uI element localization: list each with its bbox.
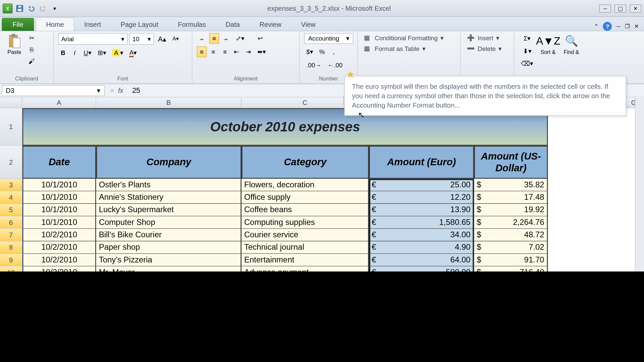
minimize-button[interactable]: ─ [599,4,611,12]
shrink-font-icon[interactable]: A▾ [170,34,181,44]
align-middle-icon[interactable]: ≡ [209,33,219,44]
name-box[interactable]: D3▾ [2,85,105,96]
row-header-7[interactable]: 7 [0,229,22,241]
cell-company[interactable]: Computer Shop [96,216,241,229]
select-all-corner[interactable] [0,98,22,108]
tab-data[interactable]: Data [216,18,250,31]
maximize-button[interactable]: ▢ [614,4,626,12]
cell-amount-euro[interactable]: €13.90 [369,204,474,216]
row-header-5[interactable]: 5 [0,204,22,216]
cell-category[interactable]: Coffee beans [241,204,369,216]
cell-company[interactable]: Paper shop [96,241,241,254]
fill-color-button[interactable]: A▾ [110,47,125,58]
qat-customize-icon[interactable]: ▾ [50,4,59,13]
row-header-9[interactable]: 9 [0,254,22,266]
tab-formulas[interactable]: Formulas [168,18,216,31]
cell-amount-usd[interactable]: $91.70 [474,254,548,266]
table-header-date[interactable]: Date [22,146,96,179]
doc-close-icon[interactable]: ✕ [634,23,639,29]
cell-company[interactable]: Lucky's Supermarket [96,204,241,216]
cell-date[interactable]: 10/1/2010 [22,191,96,204]
cell-amount-euro[interactable]: €34.00 [369,229,474,241]
save-icon[interactable] [15,4,24,13]
align-top-icon[interactable]: ⫠ [197,33,208,44]
number-format-select[interactable]: Accounting▾ [304,33,354,44]
border-button[interactable]: ⊞▾ [95,47,108,58]
sort-filter-button[interactable]: A▼Z Sort & [538,33,558,56]
italic-button[interactable]: I [70,47,79,58]
increase-indent-icon[interactable]: ⇥ [243,47,253,57]
row-header-6[interactable]: 6 [0,216,22,229]
tab-page-layout[interactable]: Page Layout [111,18,168,31]
cell-date[interactable]: 10/1/2010 [22,179,96,191]
grow-font-icon[interactable]: A▴ [156,34,168,44]
table-header-company[interactable]: Company [96,146,241,179]
tab-review[interactable]: Review [250,18,291,31]
row-header-2[interactable]: 2 [0,146,22,179]
decrease-decimal-icon[interactable]: ←.00 [325,60,345,71]
cell-date[interactable]: 10/2/2010 [22,229,96,241]
align-bottom-icon[interactable]: ⫠ [221,33,232,44]
tab-view[interactable]: View [291,18,325,31]
cell-company[interactable]: Tony's Pizzeria [96,254,241,266]
cell-category[interactable]: Flowers, decoration [241,179,369,191]
comma-format-icon[interactable]: , [329,47,338,57]
align-left-icon[interactable]: ≡ [197,47,207,57]
cell-category[interactable]: Courier service [241,229,369,241]
table-header-usd[interactable]: Amount (US-Dollar) [474,146,548,179]
percent-format-icon[interactable]: % [317,47,327,57]
bold-button[interactable]: B [58,47,68,58]
tab-file[interactable]: File [2,18,34,31]
format-as-table-button[interactable]: ▦Format as Table ▾ [362,44,427,54]
cancel-formula-icon[interactable]: ✕ [110,87,114,94]
column-header-A[interactable]: A [22,98,96,108]
fx-icon[interactable]: fx [118,87,123,95]
cell-amount-euro[interactable]: €64.00 [369,254,474,266]
cell-company[interactable]: Annie's Stationery [96,191,241,204]
increase-decimal-icon[interactable]: .00→ [304,60,324,71]
delete-cells-button[interactable]: ➖Delete ▾ [465,44,503,54]
cell-company[interactable]: Bill's Bike Courier [96,229,241,241]
conditional-formatting-button[interactable]: ▦Conditional Formatting ▾ [362,33,445,43]
cell-date[interactable]: 10/1/2010 [22,216,96,229]
underline-button[interactable]: U▾ [82,47,94,58]
cell-amount-usd[interactable]: $7.02 [474,241,548,254]
table-header-euro[interactable]: Amount (Euro) [369,146,474,179]
copy-icon[interactable]: ⎘ [27,45,37,54]
align-center-icon[interactable]: ≡ [208,47,218,57]
cell-amount-euro[interactable]: €4.90 [369,241,474,254]
align-right-icon[interactable]: ≡ [220,47,230,57]
font-size-select[interactable]: 10▾ [129,33,154,45]
cell-amount-usd[interactable]: $48.72 [474,229,548,241]
cell-amount-euro[interactable]: €1,580.65 [369,216,474,229]
accounting-format-icon[interactable]: $▾ [304,47,315,57]
cell-amount-usd[interactable]: $19.92 [474,204,548,216]
row-header-4[interactable]: 4 [0,191,22,204]
cell-date[interactable]: 10/2/2010 [22,254,96,266]
cell-amount-euro[interactable]: €25.00 [369,179,474,191]
wrap-text-icon[interactable]: ↩ [255,33,265,44]
cell-category[interactable]: Computing supplies [241,216,369,229]
font-name-select[interactable]: Arial▾ [58,33,127,45]
table-header-category[interactable]: Category [241,146,369,179]
cut-icon[interactable]: ✂ [27,33,37,43]
find-select-button[interactable]: 🔍 Find & [561,33,582,56]
cell-category[interactable]: Technical journal [241,241,369,254]
cell-category[interactable]: Office supply [241,191,369,204]
row-header-1[interactable]: 1 [0,108,22,146]
autosum-icon[interactable]: Σ▾ [519,33,535,44]
doc-minimize-icon[interactable]: ─ [616,23,620,29]
cell-company[interactable]: Ostler's Plants [96,179,241,191]
format-painter-icon[interactable]: 🖌 [27,56,37,66]
cell-amount-euro[interactable]: €12.20 [369,191,474,204]
doc-restore-icon[interactable]: ❐ [625,23,630,29]
row-header-3[interactable]: 3 [0,179,22,191]
help-icon[interactable]: ? [603,22,612,31]
tab-insert[interactable]: Insert [74,18,111,31]
cell-amount-usd[interactable]: $2,264.76 [474,216,548,229]
fill-icon[interactable]: ⬇▾ [519,46,535,56]
font-color-button[interactable]: A▾ [127,47,139,58]
clear-icon[interactable]: ⌫▾ [519,58,535,69]
cell-amount-usd[interactable]: $35.82 [474,179,548,191]
cell-date[interactable]: 10/1/2010 [22,204,96,216]
